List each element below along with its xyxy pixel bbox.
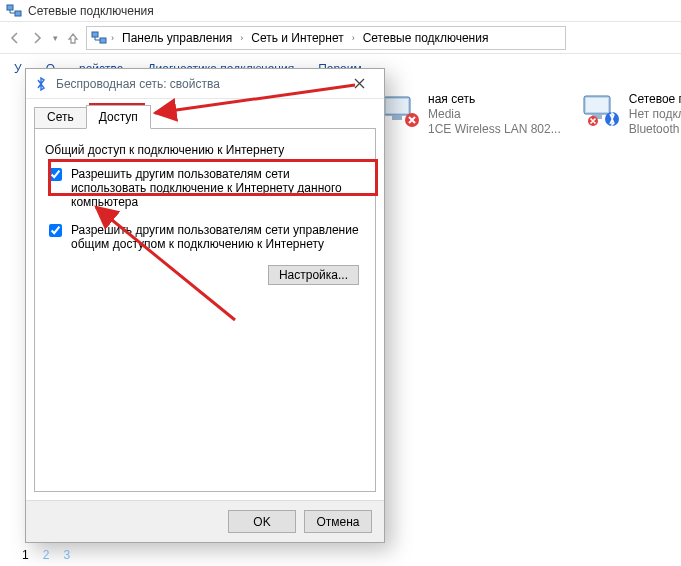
device-hw: 1CE Wireless LAN 802... xyxy=(428,122,561,137)
bluetooth-icon xyxy=(34,77,48,91)
nav-forward-button[interactable] xyxy=(28,29,46,47)
svg-rect-6 xyxy=(392,115,402,120)
device-hw: Bluetooth Device (P xyxy=(629,122,681,137)
pager-item[interactable]: 3 xyxy=(63,548,70,562)
device-name: Сетевое подключен xyxy=(629,92,681,107)
ok-button[interactable]: OK xyxy=(228,510,296,533)
device-name: ная сеть xyxy=(428,92,561,107)
checkbox-allow-control[interactable] xyxy=(49,224,62,237)
svg-rect-5 xyxy=(386,99,408,113)
tab-sharing[interactable]: Доступ xyxy=(86,105,151,129)
close-icon xyxy=(354,78,365,89)
svg-rect-0 xyxy=(7,5,13,10)
bluetooth-adapter-icon xyxy=(581,92,621,128)
window-titlebar: Сетевые подключения xyxy=(0,0,681,22)
pager-item[interactable]: 2 xyxy=(43,548,50,562)
breadcrumb-item[interactable]: Панель управления xyxy=(118,29,236,47)
chevron-right-icon: › xyxy=(238,33,245,43)
option-allow-sharing[interactable]: Разрешить другим пользователям сети испо… xyxy=(45,167,365,209)
chevron-right-icon: › xyxy=(109,33,116,43)
pager: 1 2 3 xyxy=(22,548,70,562)
option-label: Разрешить другим пользователям сети упра… xyxy=(71,223,365,251)
device-status: Нет подключения xyxy=(629,107,681,122)
network-connections-icon xyxy=(91,30,107,46)
svg-rect-2 xyxy=(92,32,98,37)
tab-network[interactable]: Сеть xyxy=(34,107,86,128)
wifi-adapter-icon xyxy=(380,92,420,128)
tab-panel-sharing: Общий доступ к подключению к Интернету Р… xyxy=(34,128,376,492)
device-status: Media xyxy=(428,107,561,122)
dialog-titlebar: Беспроводная сеть: свойства xyxy=(26,69,384,99)
close-button[interactable] xyxy=(342,73,376,95)
checkbox-allow-sharing[interactable] xyxy=(49,168,62,181)
cancel-button[interactable]: Отмена xyxy=(304,510,372,533)
nav-row: ▾ › Панель управления › Сеть и Интернет … xyxy=(0,22,681,54)
dialog-title: Беспроводная сеть: свойства xyxy=(56,77,220,91)
toolbar-organize[interactable]: У xyxy=(14,62,22,76)
network-connections-icon xyxy=(6,3,22,19)
option-label: Разрешить другим пользователям сети испо… xyxy=(71,167,365,209)
section-title: Общий доступ к подключению к Интернету xyxy=(45,143,365,157)
address-bar[interactable]: › Панель управления › Сеть и Интернет › … xyxy=(86,26,566,50)
chevron-right-icon: › xyxy=(350,33,357,43)
tab-strip: Сеть Доступ xyxy=(34,105,376,128)
svg-rect-9 xyxy=(586,98,608,112)
breadcrumb-item[interactable]: Сетевые подключения xyxy=(359,29,493,47)
svg-rect-1 xyxy=(15,11,21,16)
nav-back-button[interactable] xyxy=(6,29,24,47)
device-item[interactable]: ная сеть Media 1CE Wireless LAN 802... xyxy=(380,92,561,137)
pager-current: 1 xyxy=(22,548,29,562)
svg-rect-3 xyxy=(100,38,106,43)
nav-history-button[interactable]: ▾ xyxy=(50,33,60,43)
settings-button[interactable]: Настройка... xyxy=(268,265,359,285)
device-item[interactable]: Сетевое подключен Нет подключения Blueto… xyxy=(581,92,681,137)
nav-up-button[interactable] xyxy=(64,29,82,47)
option-allow-control[interactable]: Разрешить другим пользователям сети упра… xyxy=(45,223,365,251)
breadcrumb-item[interactable]: Сеть и Интернет xyxy=(247,29,347,47)
properties-dialog: Беспроводная сеть: свойства Сеть Доступ … xyxy=(25,68,385,543)
device-area: ная сеть Media 1CE Wireless LAN 802... С… xyxy=(380,86,681,143)
dialog-footer: OK Отмена xyxy=(26,500,384,542)
window-title: Сетевые подключения xyxy=(28,4,154,18)
